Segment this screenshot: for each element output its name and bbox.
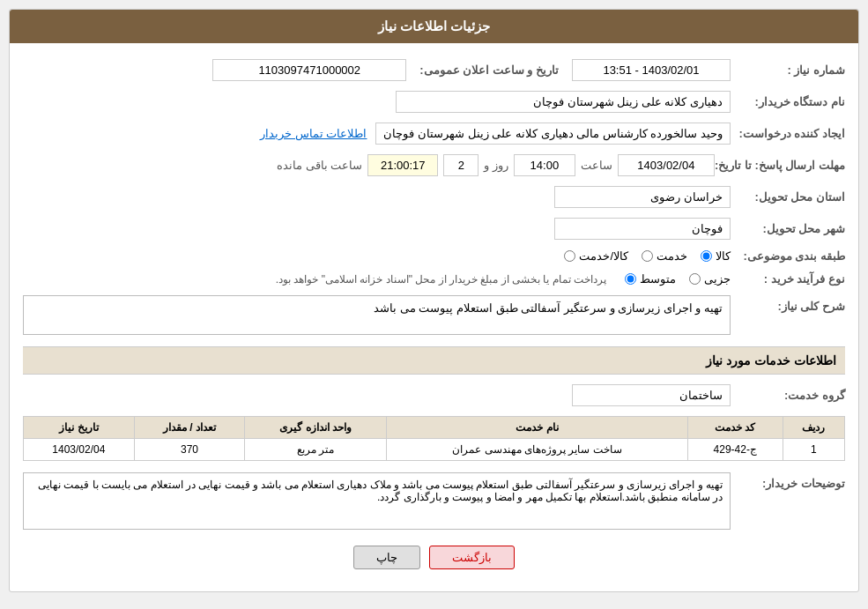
services-section-header: اطلاعات خدمات مورد نیاز	[23, 346, 845, 375]
need-number-label: شماره نیاز :	[731, 63, 845, 77]
page-title: جزئیات اطلاعات نیاز	[10, 10, 858, 43]
category-khedmat-label: خدمت	[657, 249, 687, 263]
response-remaining: 21:00:17	[367, 154, 438, 176]
process-motawaset-option[interactable]: متوسط	[625, 272, 676, 286]
col-qty: تعداد / مقدار	[134, 417, 245, 439]
creator-label: ایجاد کننده درخواست:	[731, 127, 845, 140]
province-value: خراسان رضوی	[554, 186, 731, 208]
city-label: شهر محل تحویل:	[731, 222, 845, 235]
col-row: ردیف	[783, 417, 844, 439]
need-desc-label: شرح کلی نیاز:	[731, 295, 845, 313]
buyer-desc-value: تهیه و اجرای زیرسازی و سرعتگیر آسفالتی ط…	[23, 472, 731, 530]
service-group-value: ساختمان	[572, 384, 731, 406]
province-label: استان محل تحویل:	[731, 190, 845, 204]
need-description-value: تهیه و اجرای زیرسازی و سرعتگیر آسفالتی ط…	[23, 295, 731, 335]
category-label: طبقه بندی موضوعی:	[731, 249, 845, 263]
col-unit: واحد اندازه گیری	[245, 417, 387, 439]
process-label: نوع فرآیند خرید :	[731, 272, 845, 286]
response-remaining-label: ساعت باقی مانده	[277, 159, 362, 172]
category-kala-option[interactable]: کالا	[701, 249, 731, 263]
print-button[interactable]: چاپ	[353, 546, 420, 569]
buyer-desc-label: توضیحات خریدار:	[731, 472, 845, 490]
response-date: 1403/02/04	[618, 154, 715, 176]
table-row: 1ج-42-429ساخت سایر پروژه‌های مهندسی عمرا…	[24, 439, 845, 461]
city-value: فوچان	[554, 218, 731, 240]
process-jozei-label: جزیی	[704, 272, 731, 286]
col-name: نام خدمت	[387, 417, 687, 439]
col-date: تاریخ نیاز	[24, 417, 135, 439]
response-days-label: روز و	[484, 159, 508, 172]
category-kala-khedmat-option[interactable]: کالا/خدمت	[564, 249, 628, 263]
date-value: 1403/02/01 - 13:51	[572, 59, 731, 81]
response-deadline-label: مهلت ارسال پاسخ: تا تاریخ:	[715, 159, 845, 172]
need-number-value: 1103097471000002	[212, 59, 406, 81]
col-code: کد خدمت	[687, 417, 783, 439]
button-row: بازگشت چاپ	[23, 546, 845, 578]
creator-value: وحید سالخورده کارشناس مالی دهیاری کلانه …	[375, 123, 731, 145]
buyer-name-value: دهیاری کلانه علی زینل شهرستان فوچان	[396, 91, 731, 113]
response-time-label: ساعت	[581, 159, 612, 172]
buyer-name-label: نام دستگاه خریدار:	[731, 95, 845, 108]
category-kala-khedmat-label: کالا/خدمت	[579, 249, 628, 263]
service-group-label: گروه خدمت:	[731, 389, 845, 402]
back-button[interactable]: بازگشت	[429, 546, 515, 569]
contact-link[interactable]: اطلاعات تماس خریدار	[260, 127, 367, 140]
process-jozei-option[interactable]: جزیی	[689, 272, 731, 286]
category-khedmat-option[interactable]: خدمت	[642, 249, 687, 263]
services-table: ردیف کد خدمت نام خدمت واحد اندازه گیری ت…	[23, 416, 845, 461]
response-days: 2	[443, 154, 479, 176]
date-label: تاریخ و ساعت اعلان عمومی:	[419, 63, 559, 77]
response-time: 14:00	[514, 154, 575, 176]
process-note: پرداخت تمام یا بخشی از مبلغ خریدار از مح…	[276, 273, 606, 286]
category-kala-label: کالا	[716, 249, 731, 263]
process-motawaset-label: متوسط	[640, 272, 676, 286]
